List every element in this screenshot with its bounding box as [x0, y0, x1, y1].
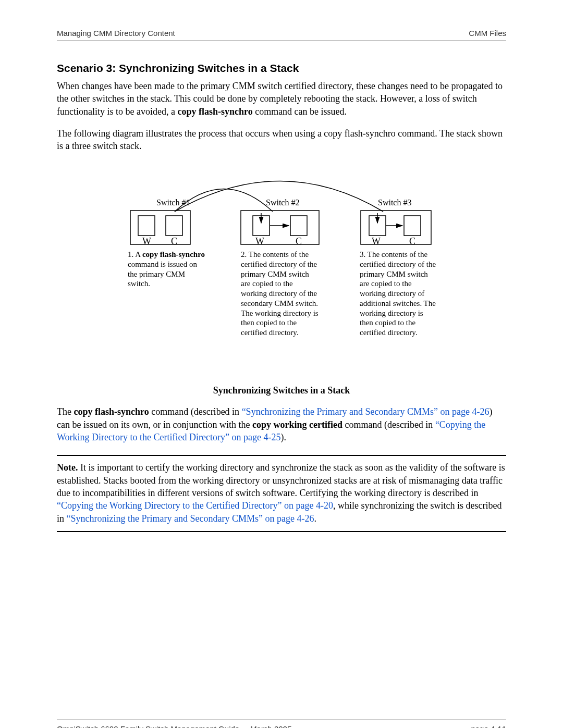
diagram-svg: Switch #1 W C Switch #2 W C — [125, 169, 438, 372]
caption-1: 1. A copy flash-synchro command is issue… — [128, 250, 206, 289]
page-footer: OmniSwitch 6600 Family Switch Management… — [57, 720, 506, 728]
svg-rect-10 — [404, 216, 421, 236]
diagram: Switch #1 W C Switch #2 W C — [125, 169, 438, 375]
c1-a: 1. A — [128, 250, 142, 258]
note-c: . — [314, 513, 316, 524]
p1-text-b: command can be issued. — [253, 106, 347, 117]
note-link2[interactable]: “Synchronizing the Primary and Secondary… — [67, 513, 314, 524]
switch-3-c: C — [409, 236, 415, 246]
svg-rect-1 — [138, 216, 155, 236]
figure-caption: Synchronizing Switches in a Stack — [57, 385, 506, 396]
p3-bold2: copy working certified — [252, 419, 342, 430]
switch-3-label: Switch #3 — [378, 198, 411, 207]
p3-e: ). — [280, 432, 286, 442]
note-block: Note. It is important to certify the wor… — [57, 455, 506, 532]
page-header: Managing CMM Directory Content CMM Files — [57, 29, 506, 41]
svg-rect-2 — [166, 216, 182, 236]
paragraph-3: The copy flash-synchro command (describe… — [57, 405, 506, 443]
paragraph-2: The following diagram illustrates the pr… — [57, 127, 506, 153]
svg-rect-5 — [290, 216, 307, 236]
p1-bold: copy flash-synchro — [177, 106, 252, 117]
p3-b: command (described in — [149, 406, 242, 417]
switch-2-w: W — [255, 236, 264, 246]
footer-page: page 4-11 — [471, 724, 506, 728]
footer-date: March 2005 — [250, 724, 291, 728]
switch-2-label: Switch #2 — [266, 198, 299, 207]
note-a: It is important to certify the working d… — [57, 462, 505, 498]
switch-2: Switch #2 W C — [241, 198, 319, 246]
note-label: Note. — [57, 462, 78, 473]
caption-3: 3. The contents of the certified directo… — [360, 250, 438, 338]
p3-bold1: copy flash-synchro — [74, 406, 149, 417]
note-link1[interactable]: “Copying the Working Directory to the Ce… — [57, 500, 333, 511]
footer-left: OmniSwitch 6600 Family Switch Management… — [57, 724, 291, 728]
c1-bold: copy flash-synchro — [142, 250, 205, 258]
switch-3-w: W — [372, 236, 381, 246]
header-left: Managing CMM Directory Content — [57, 29, 175, 38]
footer-guide: OmniSwitch 6600 Family Switch Management… — [57, 724, 239, 728]
arc-2 — [175, 181, 383, 212]
caption-2: 2. The contents of the certified directo… — [241, 250, 319, 338]
paragraph-1: When changes have been made to the prima… — [57, 80, 506, 118]
p3-link1[interactable]: “Synchronizing the Primary and Secondary… — [242, 406, 489, 417]
c1-b: command is issued on the primary CMM swi… — [128, 260, 197, 288]
header-right: CMM Files — [469, 29, 506, 38]
section-title: Scenario 3: Synchronizing Switches in a … — [57, 62, 506, 75]
p3-d: command (described in — [342, 419, 435, 430]
switch-2-c: C — [296, 236, 302, 246]
p3-a: The — [57, 406, 74, 417]
document-page: Managing CMM Directory Content CMM Files… — [0, 0, 563, 728]
switch-1-c: C — [171, 236, 177, 246]
switch-1-label: Switch #1 — [156, 198, 190, 207]
switch-1-w: W — [142, 236, 151, 246]
switch-1: Switch #1 W C — [130, 198, 190, 246]
